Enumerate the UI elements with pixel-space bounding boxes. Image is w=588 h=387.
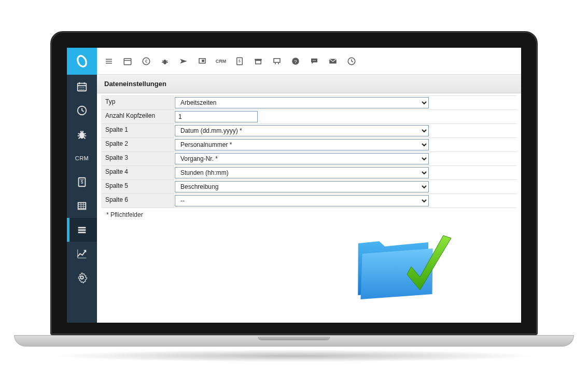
toolbar-invoice-button[interactable]: $ <box>235 57 244 66</box>
label-spalte5: Spalte 5 <box>101 180 174 194</box>
svg-rect-39 <box>106 61 112 62</box>
main-area: € CRM $ ? Dateneinstellungen <box>97 48 521 323</box>
svg-point-5 <box>79 87 80 88</box>
mail-icon <box>328 57 338 66</box>
app-screen: CRM $ <box>67 48 521 323</box>
svg-text:€: € <box>145 59 148 64</box>
form-area: Typ Arbeitszeiten Anzahl Kopfzeilen Spal… <box>97 93 521 228</box>
toolbar-bug-button[interactable] <box>160 57 170 66</box>
euro-icon: € <box>142 57 151 66</box>
help-icon: ? <box>291 57 300 66</box>
panel-title: Dateneinstellungen <box>104 80 166 88</box>
sidebar-item-bug[interactable] <box>67 122 97 146</box>
svg-point-7 <box>83 87 85 88</box>
svg-rect-34 <box>78 232 86 233</box>
toolbar-crm-button[interactable]: CRM <box>216 57 226 66</box>
svg-line-67 <box>352 61 353 62</box>
label-spalte1: Spalte 1 <box>101 124 174 137</box>
svg-point-0 <box>76 54 88 68</box>
select-spalte5[interactable]: Beschreibung <box>175 181 429 192</box>
toolbar-help-button[interactable]: ? <box>291 57 300 66</box>
svg-rect-33 <box>78 229 86 231</box>
presentation-icon <box>198 57 207 66</box>
row-spalte5: Spalte 5 Beschreibung <box>101 180 517 194</box>
toolbar-euro-button[interactable]: € <box>142 57 151 66</box>
row-spalte4: Spalte 4 Stunden (hh:mm) <box>101 166 517 180</box>
toolbar-menu-button[interactable] <box>104 57 114 66</box>
select-spalte3[interactable]: Vorgang-Nr. * <box>175 153 429 164</box>
select-typ[interactable]: Arbeitszeiten <box>175 97 429 108</box>
select-spalte4[interactable]: Stunden (hh:mm) <box>175 167 429 178</box>
toolbar-chat-button[interactable] <box>310 57 319 66</box>
calendar-icon <box>76 81 88 92</box>
toolbar-clock-button[interactable] <box>347 57 356 66</box>
sidebar-item-clock[interactable] <box>67 99 97 122</box>
svg-rect-56 <box>274 58 280 62</box>
clock-icon <box>76 105 88 116</box>
toolbar-travel-button[interactable] <box>179 57 188 66</box>
svg-rect-51 <box>202 60 204 62</box>
svg-point-9 <box>81 89 82 90</box>
svg-point-21 <box>80 131 82 132</box>
svg-point-6 <box>81 87 82 88</box>
toolbar-archive-button[interactable] <box>254 57 263 66</box>
plane-icon <box>179 57 188 66</box>
clock-icon <box>347 57 356 66</box>
svg-rect-40 <box>106 63 112 64</box>
sidebar-item-crm[interactable]: CRM <box>67 146 97 170</box>
toolbar-calendar-button[interactable] <box>123 57 132 66</box>
sidebar-item-list[interactable] <box>67 218 97 242</box>
select-spalte1[interactable]: Datum (dd.mm.yyyy) * <box>175 125 429 136</box>
label-spalte2: Spalte 2 <box>101 138 174 151</box>
label-spalte4: Spalte 4 <box>101 166 174 179</box>
svg-text:$: $ <box>239 59 241 63</box>
analytics-icon <box>76 248 88 259</box>
invoice-icon: $ <box>235 57 244 66</box>
table-icon <box>76 200 88 212</box>
sidebar-item-table[interactable] <box>67 194 97 218</box>
row-spalte6: Spalte 6 -- <box>101 194 517 208</box>
svg-line-46 <box>162 61 163 61</box>
crm-label: CRM <box>216 59 227 64</box>
list-icon <box>76 224 88 236</box>
svg-rect-32 <box>78 227 86 229</box>
svg-line-19 <box>79 137 80 139</box>
select-spalte6[interactable]: -- <box>175 195 429 206</box>
row-spalte2: Spalte 2 Personalnummer * <box>101 138 517 152</box>
toolbar-presentation-button[interactable] <box>198 57 207 66</box>
svg-point-10 <box>83 89 85 90</box>
svg-rect-38 <box>106 59 112 60</box>
select-spalte2[interactable]: Personalnummer * <box>175 139 429 150</box>
crm-label: CRM <box>75 155 89 161</box>
svg-text:?: ? <box>294 58 297 64</box>
laptop-base <box>14 335 574 347</box>
svg-point-45 <box>163 60 166 64</box>
input-anzahl[interactable] <box>175 111 258 122</box>
sidebar-item-invoice[interactable]: $ <box>67 170 97 194</box>
sidebar-item-calendar[interactable] <box>67 75 97 99</box>
row-spalte1: Spalte 1 Datum (dd.mm.yyyy) * <box>101 124 517 138</box>
svg-line-13 <box>82 110 84 112</box>
svg-point-8 <box>79 89 80 90</box>
svg-line-47 <box>166 61 167 61</box>
sidebar-item-settings[interactable] <box>67 266 97 289</box>
toolbar-board-button[interactable] <box>272 57 282 66</box>
archive-icon <box>254 57 263 66</box>
gear-icon <box>76 272 88 283</box>
svg-point-22 <box>82 131 83 132</box>
app-logo[interactable] <box>67 48 97 75</box>
svg-line-16 <box>84 133 86 134</box>
required-note: * Pflichtfelder <box>101 208 517 222</box>
toolbar-mail-button[interactable] <box>328 57 338 66</box>
sidebar: CRM $ <box>67 48 97 323</box>
svg-rect-55 <box>256 60 261 64</box>
label-spalte6: Spalte 6 <box>101 194 174 208</box>
label-typ: Typ <box>101 96 174 109</box>
label-spalte3: Spalte 3 <box>101 152 174 165</box>
board-icon <box>272 57 282 66</box>
svg-text:$: $ <box>81 180 83 185</box>
top-toolbar: € CRM $ ? <box>97 48 521 75</box>
laptop-shadow <box>50 350 538 362</box>
sidebar-item-analytics[interactable] <box>67 242 97 266</box>
calendar-icon <box>123 57 132 66</box>
